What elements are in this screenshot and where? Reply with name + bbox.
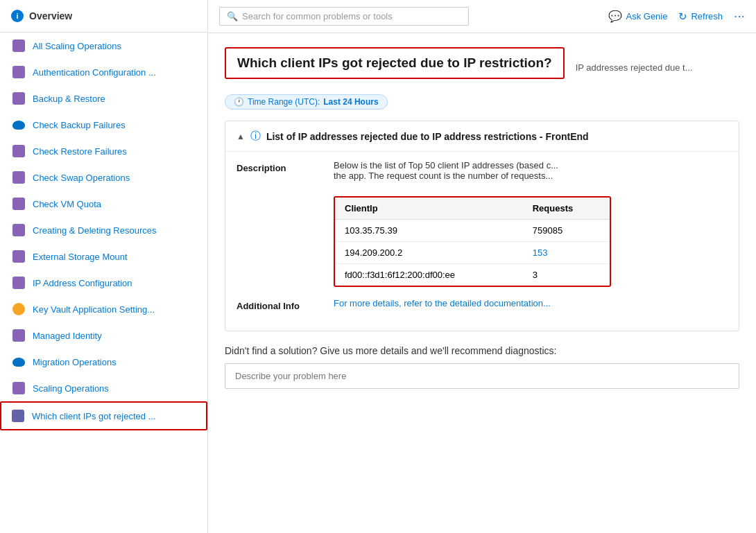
sidebar-list: All Scaling OperationsAuthentication Con…: [0, 33, 207, 533]
table-row: fd00::f3d1:6f12:200:df00:ee3: [335, 264, 610, 286]
description-row: Description Below is the list of Top 50 …: [237, 160, 728, 181]
cell-clientip: 194.209.200.2: [335, 242, 523, 264]
cell-clientip: fd00::f3d1:6f12:200:df00:ee: [335, 264, 523, 286]
ip-table: ClientIp Requests 103.35.75.39759085194.…: [335, 198, 610, 286]
time-range-value: Last 24 Hours: [323, 97, 378, 107]
table-icon: [11, 409, 25, 423]
search-placeholder: Search for common problems or tools: [242, 11, 393, 21]
additional-info-link[interactable]: For more details, refer to the detailed …: [334, 298, 728, 311]
clock-icon: 🕐: [234, 97, 244, 107]
sidebar-item-label: All Scaling Operations: [33, 41, 121, 51]
ip-table-container: ClientIp Requests 103.35.75.39759085194.…: [334, 196, 611, 287]
sidebar-item-label: External Storage Mount: [33, 252, 128, 262]
description-label: Description: [237, 160, 320, 181]
sidebar-header-label: Overview: [29, 10, 72, 21]
refresh-button[interactable]: ↻ Refresh: [678, 10, 723, 23]
time-range-badge[interactable]: 🕐 Time Range (UTC): Last 24 Hours: [225, 94, 388, 110]
content-area: Which client IPs got rejected due to IP …: [208, 33, 756, 533]
sidebar-item-managed-identity[interactable]: Managed Identity: [0, 322, 207, 349]
page-title-box: Which client IPs got rejected due to IP …: [225, 47, 565, 79]
cell-requests: 3: [523, 264, 610, 286]
sidebar-item-all-scaling[interactable]: All Scaling Operations: [0, 33, 207, 59]
ask-genie-button[interactable]: 💬 Ask Genie: [608, 10, 667, 23]
table-row-wrapper: ClientIp Requests 103.35.75.39759085194.…: [237, 192, 728, 287]
sidebar-item-check-restore[interactable]: Check Restore Failures: [0, 138, 207, 164]
sidebar-item-label: Which client IPs got rejected ...: [32, 411, 155, 421]
sidebar-item-external-storage[interactable]: External Storage Mount: [0, 243, 207, 270]
sidebar-item-backup-restore[interactable]: Backup & Restore: [0, 85, 207, 112]
grid-icon: [12, 329, 26, 342]
cell-requests: 153: [523, 242, 610, 264]
sidebar-item-label: Authentication Configuration ...: [33, 67, 156, 78]
cloud-icon: [12, 118, 26, 132]
grid-icon: [12, 65, 26, 79]
grid-icon: [12, 197, 26, 211]
sidebar-item-check-backup[interactable]: Check Backup Failures: [0, 112, 207, 138]
refresh-icon: ↻: [678, 10, 687, 23]
sidebar-item-label: Check Restore Failures: [33, 146, 127, 157]
sidebar-item-label: Check VM Quota: [33, 199, 101, 209]
sidebar-item-label: Key Vault Application Setting...: [33, 304, 155, 315]
sidebar-item-label: Check Swap Operations: [33, 173, 130, 183]
time-range-label: Time Range (UTC):: [248, 97, 320, 107]
book-icon: [12, 91, 26, 105]
key-icon: [12, 302, 26, 316]
additional-info-row: Additional Info For more details, refer …: [237, 298, 728, 311]
search-icon: 🔍: [227, 11, 238, 21]
card-title: List of IP addresses rejected due to IP …: [266, 131, 589, 142]
main-panel: 🔍 Search for common problems or tools 💬 …: [208, 0, 756, 533]
grid-icon: [12, 223, 26, 237]
card-body: Description Below is the list of Top 50 …: [225, 152, 739, 331]
sidebar-item-label: IP Address Configuration: [33, 278, 132, 288]
col-header-clientip: ClientIp: [335, 198, 523, 220]
sidebar-item-label: Check Backup Failures: [33, 120, 126, 130]
overview-icon: i: [11, 10, 24, 22]
sidebar-item-migration-ops[interactable]: Migration Operations: [0, 349, 207, 375]
sidebar-item-label: Backup & Restore: [33, 94, 105, 104]
ask-genie-label: Ask Genie: [626, 11, 667, 21]
grid-icon: [12, 381, 26, 395]
title-row: Which client IPs got rejected due to IP …: [225, 47, 739, 87]
info-circle-icon: ⓘ: [250, 130, 261, 143]
sidebar-item-label: Managed Identity: [33, 331, 102, 341]
sidebar: i Overview All Scaling OperationsAuthent…: [0, 0, 208, 533]
grid-icon: [12, 171, 26, 184]
sidebar-item-scaling-ops[interactable]: Scaling Operations: [0, 375, 207, 401]
sidebar-item-label: Scaling Operations: [33, 383, 109, 394]
breadcrumb: IP addresses rejected due t...: [576, 62, 693, 73]
additional-info-label: Additional Info: [237, 298, 320, 311]
sidebar-item-creating-deleting[interactable]: Creating & Deleting Resources: [0, 217, 207, 243]
sidebar-item-which-client[interactable]: Which client IPs got rejected ...: [0, 401, 207, 430]
grid-icon: [12, 276, 26, 290]
sidebar-item-auth-config[interactable]: Authentication Configuration ...: [0, 59, 207, 85]
sidebar-item-label: Creating & Deleting Resources: [33, 225, 156, 236]
problem-input[interactable]: [225, 363, 739, 389]
table-spacer-label: [237, 192, 320, 195]
topbar-actions: 💬 Ask Genie ↻ Refresh ⋯: [608, 10, 745, 23]
cloud-icon: [12, 355, 26, 369]
sidebar-item-key-vault[interactable]: Key Vault Application Setting...: [0, 296, 207, 322]
table-row: 194.209.200.2153: [335, 242, 610, 264]
search-box[interactable]: 🔍 Search for common problems or tools: [219, 7, 469, 26]
sidebar-item-label: Migration Operations: [33, 357, 117, 367]
grid-icon: [12, 250, 26, 263]
refresh-label: Refresh: [691, 11, 723, 21]
ip-list-card: ▲ ⓘ List of IP addresses rejected due to…: [225, 121, 739, 331]
topbar: 🔍 Search for common problems or tools 💬 …: [208, 0, 756, 33]
grid-icon: [12, 39, 26, 53]
sidebar-item-check-swap[interactable]: Check Swap Operations: [0, 164, 207, 191]
card-header[interactable]: ▲ ⓘ List of IP addresses rejected due to…: [225, 121, 739, 152]
table-row: 103.35.75.39759085: [335, 220, 610, 242]
sidebar-item-ip-address[interactable]: IP Address Configuration: [0, 270, 207, 296]
cell-requests: 759085: [523, 220, 610, 242]
more-button[interactable]: ⋯: [734, 10, 745, 23]
ask-genie-icon: 💬: [608, 10, 622, 23]
grid-icon: [12, 144, 26, 158]
page-title: Which client IPs got rejected due to IP …: [237, 55, 552, 70]
sidebar-item-check-vm[interactable]: Check VM Quota: [0, 191, 207, 217]
col-header-requests: Requests: [523, 198, 610, 220]
collapse-chevron-icon: ▲: [237, 132, 245, 141]
footer-text: Didn't find a solution? Give us more det…: [225, 345, 739, 356]
cell-clientip: 103.35.75.39: [335, 220, 523, 242]
sidebar-header: i Overview: [0, 0, 207, 33]
